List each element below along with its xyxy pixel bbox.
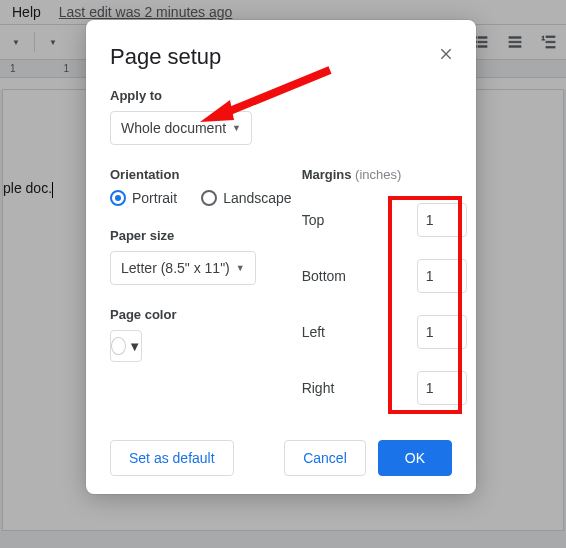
chevron-down-icon: ▼ [232,123,241,133]
color-swatch-icon [111,337,126,355]
margin-top-label: Top [302,212,325,228]
apply-to-label: Apply to [110,88,452,103]
radio-portrait-icon [110,190,126,206]
orientation-portrait-label: Portrait [132,190,177,206]
orientation-landscape[interactable]: Landscape [201,190,292,206]
margins-label: Margins [302,167,352,182]
chevron-down-icon: ▼ [128,339,141,354]
set-as-default-button[interactable]: Set as default [110,440,234,476]
cancel-button[interactable]: Cancel [284,440,366,476]
page-color-picker[interactable]: ▼ [110,330,142,362]
margin-bottom-input[interactable] [417,259,467,293]
margin-right-input[interactable] [417,371,467,405]
close-button[interactable] [434,42,458,66]
apply-to-value: Whole document [121,120,226,136]
close-icon [438,46,454,62]
margin-left-input[interactable] [417,315,467,349]
paper-size-value: Letter (8.5" x 11") [121,260,230,276]
page-setup-dialog: Page setup Apply to Whole document ▼ Ori… [86,20,476,494]
margin-right-label: Right [302,380,335,396]
orientation-label: Orientation [110,167,292,182]
chevron-down-icon: ▼ [236,263,245,273]
apply-to-dropdown[interactable]: Whole document ▼ [110,111,252,145]
margins-unit: (inches) [355,167,401,182]
ok-button[interactable]: OK [378,440,452,476]
dialog-title: Page setup [110,44,452,70]
paper-size-dropdown[interactable]: Letter (8.5" x 11") ▼ [110,251,256,285]
radio-landscape-icon [201,190,217,206]
margin-top-input[interactable] [417,203,467,237]
margin-bottom-label: Bottom [302,268,346,284]
paper-size-label: Paper size [110,228,292,243]
orientation-portrait[interactable]: Portrait [110,190,177,206]
orientation-landscape-label: Landscape [223,190,292,206]
page-color-label: Page color [110,307,292,322]
margin-left-label: Left [302,324,325,340]
